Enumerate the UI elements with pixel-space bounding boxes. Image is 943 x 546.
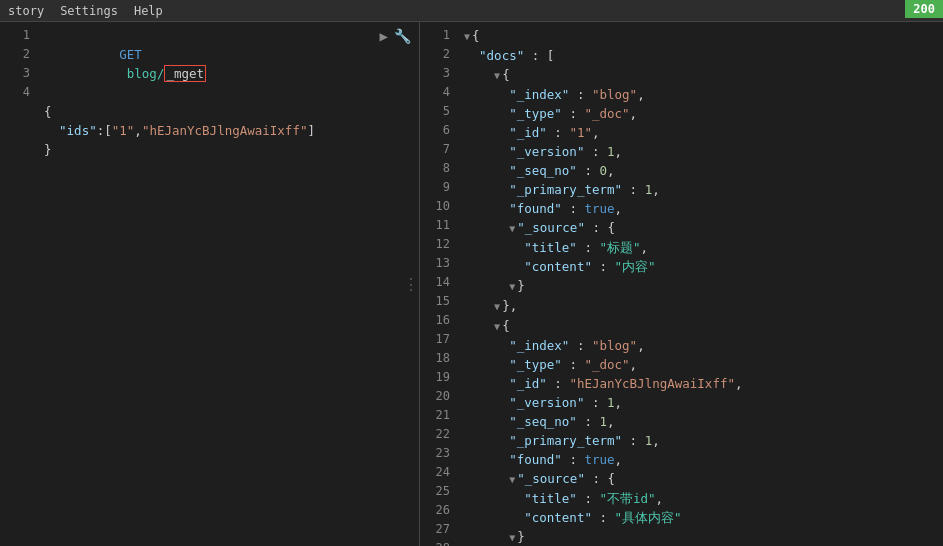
r-line-23: "found" : true,: [464, 450, 935, 469]
r-line-13: "content" : "内容": [464, 257, 935, 276]
right-line-numbers: 12345 678910 1112131415 1617181920 21222…: [420, 26, 456, 546]
r-line-4: "_index" : "blog",: [464, 85, 935, 104]
r-line-6: "_id" : "1",: [464, 123, 935, 142]
code-line-4: }: [44, 140, 411, 159]
left-toolbar: ▶ 🔧: [380, 28, 411, 44]
r-line-14: ▼}: [464, 276, 935, 296]
panel-divider[interactable]: ⋮: [403, 275, 419, 294]
left-code-area[interactable]: 1 2 3 4 GET blog/_mget { "ids":["1","hEJ…: [0, 22, 419, 546]
wrench-icon[interactable]: 🔧: [394, 28, 411, 44]
r-line-16: ▼{: [464, 316, 935, 336]
r-line-5: "_type" : "_doc",: [464, 104, 935, 123]
r-line-26: "content" : "具体内容": [464, 508, 935, 527]
left-line-numbers: 1 2 3 4: [0, 26, 36, 546]
r-line-12: "title" : "标题",: [464, 238, 935, 257]
r-line-8: "_seq_no" : 0,: [464, 161, 935, 180]
r-line-18: "_type" : "_doc",: [464, 355, 935, 374]
r-line-20: "_version" : 1,: [464, 393, 935, 412]
r-line-15: ▼},: [464, 296, 935, 316]
r-line-1: ▼{: [464, 26, 935, 46]
menu-bar: story Settings Help 200: [0, 0, 943, 22]
r-line-2: "docs" : [: [464, 46, 935, 65]
left-panel: ▶ 🔧 1 2 3 4 GET blog/_mget { "ids":["1",…: [0, 22, 420, 546]
code-line-2: {: [44, 102, 411, 121]
run-icon[interactable]: ▶: [380, 28, 388, 44]
r-line-22: "_primary_term" : 1,: [464, 431, 935, 450]
r-line-10: "found" : true,: [464, 199, 935, 218]
right-code-area[interactable]: 12345 678910 1112131415 1617181920 21222…: [420, 22, 943, 546]
code-line-1: GET blog/_mget: [44, 26, 411, 102]
right-panel: 12345 678910 1112131415 1617181920 21222…: [420, 22, 943, 546]
status-badge: 200: [905, 0, 943, 18]
r-line-27: ▼}: [464, 527, 935, 546]
r-line-7: "_version" : 1,: [464, 142, 935, 161]
r-line-17: "_index" : "blog",: [464, 336, 935, 355]
menu-settings[interactable]: Settings: [60, 4, 118, 18]
left-code-lines: GET blog/_mget { "ids":["1","hEJanYcBJln…: [36, 26, 419, 546]
code-line-3: "ids":["1","hEJanYcBJlngAwaiIxff"]: [44, 121, 411, 140]
right-code-lines: ▼{ "docs" : [ ▼{ "_index" : "blog", "_ty…: [456, 26, 943, 546]
r-line-25: "title" : "不带id",: [464, 489, 935, 508]
r-line-3: ▼{: [464, 65, 935, 85]
r-line-21: "_seq_no" : 1,: [464, 412, 935, 431]
method-keyword: GET: [119, 47, 142, 62]
editor-container: ▶ 🔧 1 2 3 4 GET blog/_mget { "ids":["1",…: [0, 22, 943, 546]
menu-help[interactable]: Help: [134, 4, 163, 18]
menu-story[interactable]: story: [8, 4, 44, 18]
r-line-19: "_id" : "hEJanYcBJlngAwaiIxff",: [464, 374, 935, 393]
path-text: blog/: [119, 66, 164, 81]
mget-highlight: _mget: [164, 65, 206, 82]
r-line-11: ▼"_source" : {: [464, 218, 935, 238]
r-line-24: ▼"_source" : {: [464, 469, 935, 489]
r-line-9: "_primary_term" : 1,: [464, 180, 935, 199]
